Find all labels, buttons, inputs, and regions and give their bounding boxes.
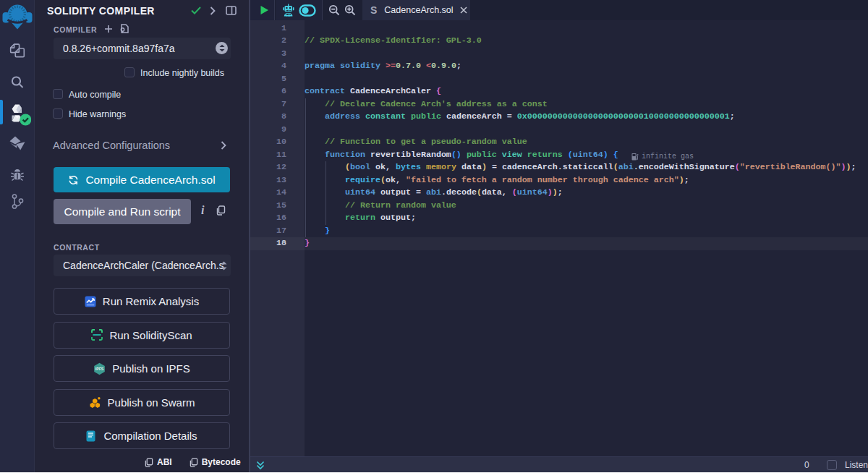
svg-text:IPFS: IPFS bbox=[95, 367, 104, 371]
